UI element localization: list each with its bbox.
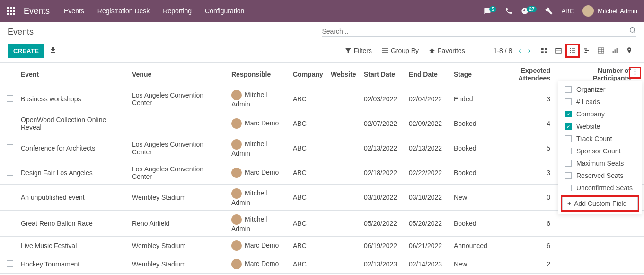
- row-checkbox[interactable]: [7, 220, 13, 226]
- svg-point-12: [570, 50, 571, 51]
- row-checkbox[interactable]: [7, 260, 13, 267]
- cell-website: [327, 185, 360, 211]
- pivot-view-button[interactable]: [594, 44, 608, 58]
- optional-column-item[interactable]: ✓Website: [558, 120, 642, 133]
- col-event[interactable]: Event: [17, 63, 128, 86]
- svg-rect-17: [585, 50, 589, 51]
- graph-view-button[interactable]: [608, 44, 622, 58]
- row-checkbox[interactable]: [7, 242, 13, 248]
- table-row[interactable]: OpenWood Collection Online RevealMarc De…: [0, 112, 644, 135]
- cell-stage: Announced: [450, 237, 495, 255]
- navbar-right: 5 27 ABC Mitchell Admin: [484, 5, 637, 17]
- row-checkbox[interactable]: [7, 120, 13, 126]
- activities-badge: 27: [527, 6, 537, 12]
- row-checkbox[interactable]: [7, 194, 13, 200]
- company-switcher[interactable]: ABC: [561, 8, 574, 15]
- optional-column-label: Company: [576, 110, 605, 118]
- nav-link-registration-desk[interactable]: Registration Desk: [97, 7, 150, 15]
- checkbox-icon: [565, 148, 572, 154]
- avatar-icon: [231, 214, 242, 225]
- messages-badge: 5: [489, 6, 497, 12]
- optional-column-item[interactable]: # Leads: [558, 96, 642, 108]
- col-start[interactable]: Start Date: [360, 63, 405, 86]
- table-row[interactable]: Live Music FestivalWembley StadiumMarc D…: [0, 237, 644, 255]
- map-view-button[interactable]: [622, 44, 636, 58]
- table-row[interactable]: Business workshopsLos Angeles Convention…: [0, 86, 644, 112]
- optional-column-item[interactable]: Reserved Seats: [558, 169, 642, 182]
- avatar-icon: [231, 240, 242, 251]
- col-website[interactable]: Website: [327, 63, 360, 86]
- optional-column-item[interactable]: Unconfirmed Seats: [558, 182, 642, 194]
- table-row[interactable]: Design Fair Los AngelesLos Angeles Conve…: [0, 161, 644, 185]
- optional-column-item[interactable]: Sponsor Count: [558, 145, 642, 157]
- list-view-button[interactable]: [565, 44, 580, 58]
- gantt-view-button[interactable]: [580, 44, 594, 58]
- filters-button[interactable]: Filters: [344, 47, 372, 54]
- add-custom-field-label: Add Custom Field: [574, 200, 626, 207]
- select-all-checkbox[interactable]: [7, 71, 13, 77]
- search-icon[interactable]: [629, 27, 636, 35]
- row-checkbox[interactable]: [7, 144, 13, 151]
- optional-column-item[interactable]: ✓Company: [558, 108, 642, 120]
- table-row[interactable]: Conference for ArchitectsLos Angeles Con…: [0, 135, 644, 161]
- kanban-view-button[interactable]: [537, 44, 551, 58]
- calendar-view-button[interactable]: [551, 44, 565, 58]
- cell-venue: Los Angeles Convention Center: [128, 161, 228, 185]
- favorites-button[interactable]: Favorites: [428, 47, 465, 54]
- table-row[interactable]: An unpublished eventWembley StadiumMitch…: [0, 185, 644, 211]
- events-table-wrap: Event Venue Responsible Company Website …: [0, 63, 644, 275]
- checkbox-icon: [565, 160, 572, 167]
- optional-column-item[interactable]: Organizer: [558, 83, 642, 96]
- avatar-icon: [231, 168, 242, 178]
- cell-start: 06/19/2022: [360, 237, 405, 255]
- debug-icon[interactable]: [545, 7, 553, 15]
- svg-rect-15: [572, 52, 575, 53]
- col-responsible[interactable]: Responsible: [228, 63, 289, 86]
- table-header-row: Event Venue Responsible Company Website …: [0, 63, 644, 86]
- apps-icon[interactable]: [7, 7, 15, 15]
- row-checkbox[interactable]: [7, 95, 13, 102]
- group-by-button[interactable]: Group By: [381, 47, 419, 54]
- svg-point-10: [570, 48, 571, 49]
- phone-icon[interactable]: [505, 7, 512, 15]
- col-company[interactable]: Company: [289, 63, 327, 86]
- optional-column-item[interactable]: Maximum Seats: [558, 157, 642, 169]
- table-row[interactable]: Great Reno Ballon RaceReno AirfieldMitch…: [0, 211, 644, 237]
- nav-link-events[interactable]: Events: [64, 7, 84, 15]
- search-input[interactable]: [322, 27, 629, 35]
- optional-column-label: Sponsor Count: [576, 147, 620, 155]
- svg-point-27: [635, 69, 636, 71]
- pager-text[interactable]: 1-8 / 8: [494, 47, 512, 54]
- table-row[interactable]: Hockey TournamentWembley StadiumMarc Dem…: [0, 255, 644, 274]
- user-menu[interactable]: Mitchell Admin: [582, 5, 637, 17]
- favorites-label: Favorites: [438, 47, 465, 54]
- pager-next[interactable]: ›: [528, 46, 530, 55]
- add-custom-field-button[interactable]: +Add Custom Field: [562, 197, 638, 210]
- optional-columns-dropdown-icon[interactable]: [629, 67, 641, 79]
- cell-end: 02/09/2022: [405, 112, 450, 135]
- svg-rect-4: [541, 51, 544, 53]
- group-by-label: Group By: [391, 47, 419, 54]
- cell-website: [327, 135, 360, 161]
- cell-event: Hockey Tournament: [17, 255, 128, 274]
- nav-link-configuration[interactable]: Configuration: [205, 7, 244, 15]
- create-button[interactable]: CREATE: [8, 44, 44, 58]
- optional-column-item[interactable]: Track Count: [558, 133, 642, 145]
- pager-prev[interactable]: ‹: [519, 46, 521, 55]
- svg-point-0: [630, 28, 635, 32]
- cell-event: An unpublished event: [17, 185, 128, 211]
- nav-link-reporting[interactable]: Reporting: [163, 7, 192, 15]
- checkbox-icon: ✓: [565, 111, 572, 117]
- col-venue[interactable]: Venue: [128, 63, 228, 86]
- col-stage[interactable]: Stage: [450, 63, 495, 86]
- svg-rect-5: [545, 51, 547, 53]
- row-checkbox[interactable]: [7, 169, 13, 176]
- optional-column-label: Unconfirmed Seats: [576, 184, 633, 192]
- cell-venue: Los Angeles Convention Center: [128, 135, 228, 161]
- activities-icon[interactable]: 27: [521, 7, 537, 15]
- col-end[interactable]: End Date: [405, 63, 450, 86]
- messages-icon[interactable]: 5: [484, 7, 497, 15]
- nav-links: Events Registration Desk Reporting Confi…: [64, 7, 244, 15]
- import-icon[interactable]: [49, 46, 57, 55]
- col-expected[interactable]: Expected Attendees: [495, 63, 554, 86]
